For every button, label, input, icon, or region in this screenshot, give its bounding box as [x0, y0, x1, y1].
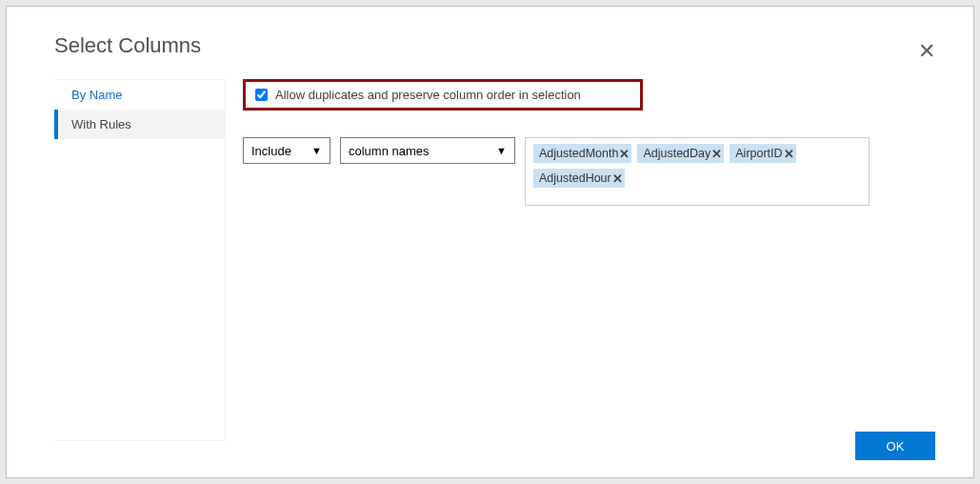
- dialog-content: By Name With Rules Allow duplicates and …: [54, 79, 935, 441]
- column-by-select[interactable]: column names ▼: [340, 137, 515, 164]
- column-chip: AirportID ✕: [730, 144, 795, 163]
- chip-label: AirportID: [735, 147, 782, 160]
- sidebar-item-label: With Rules: [71, 117, 131, 131]
- selected-columns-box[interactable]: AdjustedMonth ✕ AdjustedDay ✕ AirportID …: [525, 137, 870, 206]
- allow-duplicates-checkbox[interactable]: [255, 89, 268, 101]
- chip-label: AdjustedMonth: [539, 147, 618, 160]
- remove-chip-icon[interactable]: ✕: [711, 147, 722, 161]
- chip-label: AdjustedHour: [539, 171, 611, 185]
- remove-chip-icon[interactable]: ✕: [784, 147, 794, 161]
- select-value: column names: [349, 144, 430, 158]
- sidebar-item-label: By Name: [71, 88, 122, 102]
- column-chip: AdjustedMonth ✕: [533, 144, 631, 163]
- sidebar-item-by-name[interactable]: By Name: [54, 80, 225, 110]
- column-chip: AdjustedDay ✕: [637, 144, 724, 163]
- sidebar: By Name With Rules: [54, 79, 226, 441]
- remove-chip-icon[interactable]: ✕: [619, 147, 630, 161]
- chevron-down-icon: ▼: [311, 145, 322, 156]
- close-icon[interactable]: ✕: [918, 39, 935, 64]
- include-exclude-select[interactable]: Include ▼: [243, 137, 330, 164]
- sidebar-item-with-rules[interactable]: With Rules: [54, 110, 225, 139]
- remove-chip-icon[interactable]: ✕: [612, 171, 623, 186]
- allow-duplicates-label: Allow duplicates and preserve column ord…: [275, 88, 581, 102]
- select-value: Include: [251, 144, 291, 158]
- column-chip: AdjustedHour ✕: [533, 169, 625, 188]
- ok-button[interactable]: OK: [855, 432, 935, 460]
- allow-duplicates-highlight: Allow duplicates and preserve column ord…: [243, 79, 643, 111]
- ok-button-label: OK: [887, 439, 905, 454]
- chevron-down-icon: ▼: [496, 145, 507, 156]
- rule-row: Include ▼ column names ▼ AdjustedMonth ✕…: [243, 137, 935, 206]
- select-columns-dialog: Select Columns ✕ By Name With Rules Allo…: [6, 6, 974, 478]
- chip-label: AdjustedDay: [643, 147, 710, 160]
- main-panel: Allow duplicates and preserve column ord…: [243, 79, 935, 441]
- dialog-title: Select Columns: [54, 33, 935, 58]
